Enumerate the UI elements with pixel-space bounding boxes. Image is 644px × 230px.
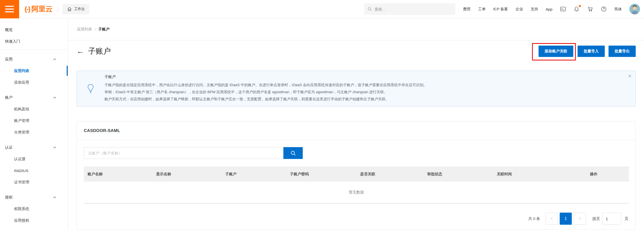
workbench-label: 工作台 (74, 7, 85, 11)
sidebar-item-account-management[interactable]: 账户管理 (0, 115, 68, 126)
sidebar-item-label: 账户管理 (14, 118, 29, 123)
topbar-divider (58, 6, 58, 12)
sidebar-item-label: 添加应用 (14, 80, 29, 85)
jump-to-page-input[interactable] (602, 213, 621, 225)
notification-dot (579, 5, 581, 7)
sidebar-item-auth-sources[interactable]: 认证源 (0, 153, 68, 165)
page-title: 子账户 (88, 46, 111, 56)
info-banner-title: 子账户 (104, 75, 625, 79)
sidebar-group-authentication[interactable]: 认证 (0, 142, 68, 153)
primary-account-search-input[interactable] (84, 147, 283, 159)
account-search-row (84, 147, 628, 159)
application-name: CASDOOR-SAML (84, 128, 120, 133)
logo-bracket-icon: (-) (25, 5, 30, 13)
sidebar-group-authorization[interactable]: 授权 (0, 191, 68, 203)
sidebar-item-permission-systems[interactable]: 权限系统 (0, 203, 68, 215)
sidebar-group-accounts[interactable]: 账户 (0, 92, 68, 103)
breadcrumb: 应用列表 / 子账户 (68, 18, 644, 40)
nav-link-enterprise[interactable]: 企业 (515, 7, 523, 12)
chevron-up-icon (53, 196, 56, 198)
sidebar-item-label: RADIUS (14, 169, 28, 173)
sidebar-item-label: 应用列表 (14, 69, 29, 73)
locale-switcher[interactable]: 简体 (614, 7, 622, 12)
close-icon[interactable]: × (628, 73, 631, 79)
global-search-input[interactable] (374, 7, 452, 11)
notification-bell-icon[interactable] (574, 6, 580, 12)
page-header: ← 子账户 添加账户关联 批量导入 批量导出 (77, 44, 636, 59)
nav-link-billing[interactable]: 费用 (463, 7, 470, 12)
column-approval-status: 审批状态 (423, 167, 493, 182)
sidebar-item-add-application[interactable]: 添加应用 (0, 77, 68, 88)
sidebar-item-label: 机构及组 (14, 107, 29, 112)
chevron-up-icon (53, 58, 56, 60)
pagination-total: 共 0 条 (528, 216, 540, 221)
sidebar-item-org-groups[interactable]: 机构及组 (0, 103, 68, 115)
add-account-link-button[interactable]: 添加账户关联 (539, 46, 573, 57)
card-title-row: CASDOOR-SAML (77, 121, 635, 140)
breadcrumb-application-list[interactable]: 应用列表 (77, 27, 92, 32)
header-buttons: 添加账户关联 批量导入 批量导出 (539, 46, 636, 57)
info-banner-line: 举例：IDaaS 中有主账户 张三（用户名 zhangsan），在企业的 BPM… (104, 88, 625, 95)
nav-link-icp[interactable]: ICP 备案 (493, 7, 508, 12)
top-bar: (-) 阿里云 工作台 费用 工单 ICP 备案 企业 支持 App (0, 0, 644, 18)
empty-state-row: 暂无数据 (84, 182, 629, 203)
nav-link-app[interactable]: App (546, 7, 552, 11)
sidebar-item-category-management[interactable]: 分类管理 (0, 126, 68, 138)
logo-text: 阿里云 (31, 4, 53, 14)
sidebar-item-radius[interactable]: RADIUS (0, 165, 68, 176)
search-icon (368, 7, 372, 11)
sidebar-item-label: 证书管理 (14, 180, 29, 185)
column-sub-account-password: 子账户密码 (286, 167, 356, 182)
column-link-time: 关联时间 (493, 167, 586, 182)
sidebar-group-label: 授权 (5, 195, 13, 200)
sidebar-item-certificate-management[interactable]: 证书管理 (0, 176, 68, 188)
column-actions: 操作 (586, 167, 629, 182)
chevron-up-icon (53, 96, 56, 98)
search-button[interactable] (283, 147, 303, 159)
pagination: 共 0 条 < 1 > 跳至 页 (84, 213, 628, 225)
batch-export-button[interactable]: 批量导出 (609, 46, 636, 57)
table-header-row: 账户名称 显示名称 子账户 子账户密码 是否关联 审批状态 关联时间 操作 (84, 167, 629, 182)
global-search-box[interactable] (364, 3, 455, 15)
workbench-button[interactable]: 工作台 (62, 4, 89, 14)
page-unit-label: 页 (625, 216, 628, 221)
sidebar-item-label: 快速入门 (5, 39, 20, 44)
sidebar-item-label: 权限系统 (14, 207, 29, 211)
lightbulb-icon (77, 75, 104, 103)
sidebar-item-label: 概览 (5, 27, 13, 32)
info-banner-line: 子账户指的是在指定应用系统中，用户会以什么身份进行访问。主账户指的是 IDaaS… (104, 81, 625, 88)
hamburger-menu-icon[interactable] (0, 0, 19, 18)
main-content: 应用列表 / 子账户 ← 子账户 添加账户关联 批量导入 批量导出 (68, 18, 644, 230)
nav-link-tickets[interactable]: 工单 (478, 7, 485, 12)
info-banner-body: 子账户 子账户指的是在指定应用系统中，用户会以什么身份进行访问。主账户指的是 I… (104, 75, 625, 103)
empty-state-text: 暂无数据 (349, 190, 364, 194)
info-banner: 子账户 子账户指的是在指定应用系统中，用户会以什么身份进行访问。主账户指的是 I… (77, 71, 636, 107)
back-arrow-icon[interactable]: ← (77, 47, 84, 55)
sidebar-item-overview[interactable]: 概览 (0, 24, 68, 36)
application-card: CASDOOR-SAML 账户名称 显示名称 (77, 121, 636, 230)
sidebar-item-application-list[interactable]: 应用列表 (0, 65, 68, 77)
search-icon (290, 150, 296, 156)
aliyun-logo[interactable]: (-) 阿里云 (25, 4, 53, 14)
sidebar-group-applications[interactable]: 应用 (0, 53, 68, 65)
sidebar-divider (0, 50, 68, 50)
column-is-linked: 是否关联 (356, 167, 423, 182)
prev-page-button[interactable]: < (546, 213, 558, 225)
home-icon (67, 7, 72, 12)
nav-link-support[interactable]: 支持 (531, 7, 538, 12)
breadcrumb-separator: / (95, 27, 96, 31)
topbar-right: 费用 工单 ICP 备案 企业 支持 App (463, 4, 644, 14)
batch-import-button[interactable]: 批量导入 (578, 46, 605, 57)
sidebar-item-quickstart[interactable]: 快速入门 (0, 36, 68, 47)
column-sub-account: 子账户 (221, 167, 286, 182)
cart-icon[interactable] (587, 6, 593, 12)
current-page-button[interactable]: 1 (560, 213, 572, 225)
next-page-button[interactable]: > (574, 213, 586, 225)
sidebar-group-label: 账户 (5, 95, 13, 100)
avatar[interactable] (629, 4, 640, 14)
sub-accounts-table: 账户名称 显示名称 子账户 子账户密码 是否关联 审批状态 关联时间 操作 暂无… (84, 167, 629, 204)
help-icon[interactable] (601, 6, 607, 12)
terminal-icon[interactable] (560, 6, 566, 12)
sidebar-item-app-authorization[interactable]: 应用授权 (0, 215, 68, 226)
column-display-name: 显示名称 (152, 167, 221, 182)
